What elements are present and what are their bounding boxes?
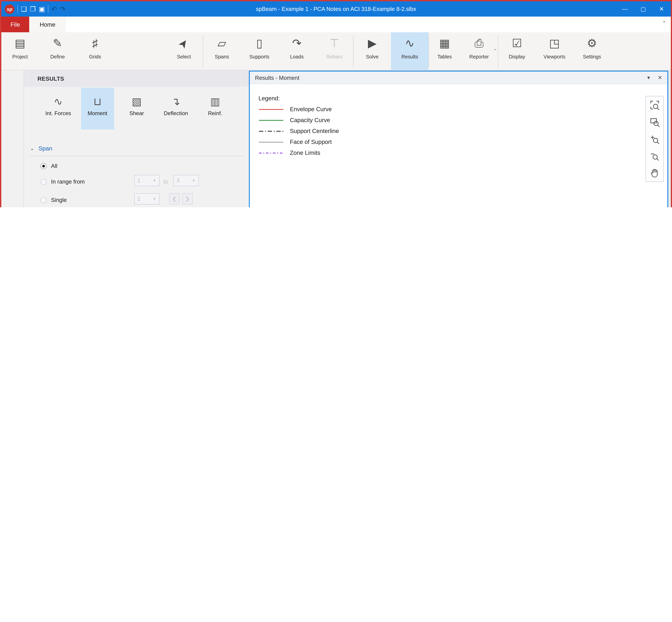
project-icon: ▤: [15, 37, 26, 51]
view-deflection[interactable]: ↴ Deflection: [160, 88, 192, 130]
chevron-down-icon: ▼: [152, 197, 156, 201]
next-span-button[interactable]: ❯: [182, 193, 193, 205]
reporter-button[interactable]: ⎙ Reporter ⌄: [460, 32, 498, 70]
tab-file[interactable]: File: [1, 16, 29, 32]
view-reinf[interactable]: ▥ Reinf.: [199, 88, 232, 130]
spans-button[interactable]: ▱ Spans: [203, 32, 241, 70]
zoom-window-icon[interactable]: [646, 113, 664, 130]
open-file-icon[interactable]: ❒: [30, 6, 36, 12]
range-to-label: to: [164, 178, 168, 185]
capacity-line-sample: [258, 117, 284, 124]
project-button[interactable]: ▤ Project: [1, 32, 39, 70]
chevron-down-icon: ▼: [152, 178, 156, 183]
grids-icon: ♯: [92, 37, 98, 51]
title-bar[interactable]: spBeam - Example 1 - PCA Notes on ACI 31…: [1, 1, 671, 16]
supports-icon: ▯: [256, 37, 262, 51]
new-file-icon[interactable]: ❏: [21, 6, 27, 12]
loads-button[interactable]: ↷ Loads: [278, 32, 316, 70]
window-close-icon[interactable]: ✕: [658, 75, 662, 81]
deflection-icon: ↴: [172, 93, 180, 110]
legend-item-face-of-support: Face of Support: [258, 139, 339, 145]
pan-hand-icon[interactable]: [646, 164, 664, 181]
solve-button[interactable]: ▶ Solve: [354, 32, 391, 70]
define-button[interactable]: ✎ Define: [39, 32, 76, 70]
span-range-option[interactable]: In range from: [40, 178, 85, 185]
radio-in-range[interactable]: [40, 179, 47, 185]
results-window-titlebar[interactable]: Results - Moment ▾ ✕: [250, 71, 667, 84]
tab-home[interactable]: Home: [29, 16, 66, 32]
view-moment[interactable]: ⊔ Moment: [81, 88, 114, 130]
chevron-down-icon: ⌄: [30, 146, 34, 151]
radio-single[interactable]: [40, 197, 47, 203]
zoom-in-icon[interactable]: [646, 130, 664, 147]
divider: [30, 156, 243, 156]
results-window-title: Results - Moment: [255, 74, 299, 81]
span-section: ⌄ Span: [30, 145, 243, 156]
left-icon-strip: ☰↓ =↑ ☰: [1, 70, 24, 207]
supports-button[interactable]: ▯ Supports: [241, 32, 278, 70]
grids-button[interactable]: ♯ Grids: [76, 32, 114, 70]
zoom-extents-icon[interactable]: [646, 96, 664, 113]
prev-span-button[interactable]: ❮: [169, 193, 180, 205]
results-panel: RESULTS ∿ Int. Forces ⊔ Moment ▧ Shear ↴…: [24, 70, 250, 207]
results-icon: ∿: [405, 37, 414, 51]
face-of-support-sample: [258, 139, 284, 145]
legend-item-envelope: Envelope Curve: [258, 106, 339, 112]
quick-access-toolbar: sp ❏ ❒ ▣ ↶ ↷: [1, 4, 66, 14]
collapse-ribbon-icon[interactable]: ⌃: [662, 20, 666, 26]
radio-all[interactable]: [40, 163, 47, 169]
panel-header: RESULTS: [24, 70, 249, 87]
single-span-select[interactable]: 1 ▼: [134, 193, 160, 205]
select-cursor-icon: ➤: [175, 36, 193, 52]
legend-item-support-centerline: Support Centerline: [258, 128, 339, 134]
menu-bar: File Home ⌃: [1, 16, 671, 32]
ribbon: ▤ Project ✎ Define ♯ Grids ➤ Select ▱ Sp…: [1, 32, 671, 70]
redo-icon[interactable]: ↷: [60, 6, 66, 12]
settings-button[interactable]: ⚙ Settings: [573, 32, 611, 70]
main-area: ☰↓ =↑ ☰ RESULTS ∿ Int. Forces ⊔ Moment ▧…: [1, 70, 669, 207]
rebars-icon: ⊤: [329, 37, 339, 51]
undo-icon[interactable]: ↶: [51, 6, 57, 12]
legend-item-zone-limits: Zone Limits: [258, 149, 339, 156]
minimize-button[interactable]: —: [616, 1, 634, 16]
legend-item-capacity: Capacity Curve: [258, 117, 339, 124]
define-icon: ✎: [53, 37, 62, 51]
chart-area: -83.10-75.67-31.23-24.35-43.45-48.8469.8…: [250, 84, 667, 207]
chevron-down-icon[interactable]: ⌄: [493, 46, 497, 51]
results-button[interactable]: ∿ Results: [391, 32, 428, 70]
rebars-button[interactable]: ⊤ Rebars: [316, 32, 353, 70]
divider: [17, 5, 18, 13]
ribbon-group-geometry: ▱ Spans ▯ Supports ↷ Loads ⊤ Rebars: [203, 32, 353, 70]
settings-gear-icon: ⚙: [587, 37, 597, 51]
span-single-option[interactable]: Single: [40, 197, 67, 203]
centerline-sample: [258, 128, 284, 134]
display-button[interactable]: ☑ Display: [498, 32, 536, 70]
spans-icon: ▱: [217, 37, 226, 51]
application-window: spBeam - Example 1 - PCA Notes on ACI 31…: [0, 0, 672, 207]
window-title: spBeam - Example 1 - PCA Notes on ACI 31…: [1, 6, 671, 12]
ribbon-group-model: ▤ Project ✎ Define ♯ Grids: [1, 32, 114, 70]
ribbon-group-select: ➤ Select: [165, 32, 203, 70]
solve-icon: ▶: [368, 37, 377, 51]
window-border-top: [1, 0, 671, 1]
int-forces-icon: ∿: [54, 93, 63, 110]
result-view-buttons: ∿ Int. Forces ⊔ Moment ▧ Shear ↴ Deflect…: [24, 88, 249, 130]
app-logo-icon: sp: [5, 4, 14, 14]
view-shear[interactable]: ▧ Shear: [120, 88, 153, 130]
close-button[interactable]: ✕: [652, 1, 671, 16]
tables-button[interactable]: ▦ Tables: [429, 32, 460, 70]
select-button[interactable]: ➤ Select: [165, 32, 203, 70]
range-from-select[interactable]: 1 ▼: [134, 175, 160, 186]
range-to-select[interactable]: 3 ▼: [174, 175, 199, 186]
chart-legend: Legend: Envelope Curve Capacity Curve Su…: [258, 95, 339, 156]
reporter-icon: ⎙: [474, 37, 484, 51]
span-section-title[interactable]: ⌄ Span: [30, 145, 243, 152]
maximize-button[interactable]: ▢: [634, 1, 652, 16]
zoom-out-icon[interactable]: [646, 147, 664, 164]
save-file-icon[interactable]: ▣: [39, 6, 45, 12]
window-dropdown-icon[interactable]: ▾: [647, 75, 650, 81]
viewports-button[interactable]: ◳ Viewports: [536, 32, 573, 70]
view-int-forces[interactable]: ∿ Int. Forces: [42, 88, 75, 130]
ribbon-group-report: ▦ Tables ⎙ Reporter ⌄: [429, 32, 498, 70]
span-all-option[interactable]: All: [40, 163, 57, 169]
